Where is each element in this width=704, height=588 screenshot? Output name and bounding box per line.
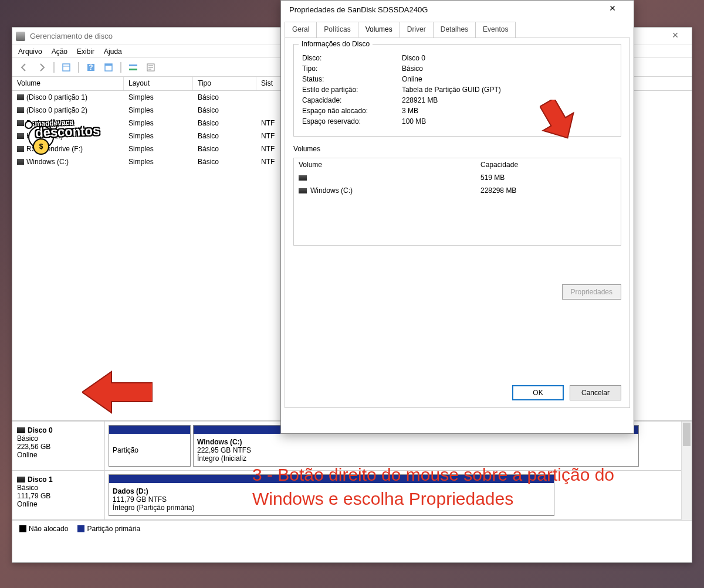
svg-rect-6 bbox=[129, 64, 137, 66]
label-estilo: Estilo de partição: bbox=[302, 86, 402, 94]
value-status: Online bbox=[402, 75, 612, 83]
volumes-section: Volumes Volume Capacidade 519 MBWindows … bbox=[293, 145, 621, 246]
refresh-icon[interactable] bbox=[101, 60, 116, 74]
header-layout[interactable]: Layout bbox=[124, 77, 193, 90]
volumes-legend: Volumes bbox=[293, 145, 621, 153]
props-properties-button: Propriedades bbox=[562, 284, 621, 300]
tab-detalhes[interactable]: Detalhes bbox=[433, 22, 476, 38]
value-disco: Disco 0 bbox=[402, 54, 612, 62]
disk-icon bbox=[17, 477, 25, 482]
svg-text:?: ? bbox=[89, 63, 93, 72]
toolbar-separator bbox=[78, 62, 79, 73]
props-close-button[interactable]: × bbox=[600, 1, 625, 18]
volume-icon bbox=[17, 133, 24, 139]
toolbar-separator bbox=[120, 62, 121, 73]
volume-icon bbox=[17, 146, 24, 152]
label-disco: Disco: bbox=[302, 54, 402, 62]
label-capacidade: Capacidade: bbox=[302, 96, 402, 104]
label-status: Status: bbox=[302, 75, 402, 83]
tab-driver[interactable]: Driver bbox=[400, 22, 434, 38]
svg-rect-0 bbox=[63, 64, 70, 71]
menu-arquivo[interactable]: Arquivo bbox=[18, 47, 42, 56]
disk-label[interactable]: Disco 1Básico111,79 GBOnline bbox=[12, 471, 105, 519]
value-capacidade: 228921 MB bbox=[402, 96, 612, 104]
help-icon[interactable]: ? bbox=[84, 60, 98, 74]
volume-icon bbox=[299, 188, 307, 193]
menu-exibir[interactable]: Exibir bbox=[77, 47, 94, 56]
volumes-table-rows: 519 MBWindows (C:)228298 MB bbox=[294, 171, 621, 197]
partition[interactable]: Partição bbox=[109, 425, 191, 467]
ok-button[interactable]: OK bbox=[512, 385, 564, 400]
volume-icon bbox=[299, 175, 307, 181]
menu-acao[interactable]: Ação bbox=[52, 47, 67, 56]
cancel-button[interactable]: Cancelar bbox=[570, 385, 621, 400]
svg-rect-5 bbox=[105, 64, 112, 66]
props-titlebar: Propriedades de SanDisk SDSSDA240G × bbox=[281, 1, 634, 18]
svg-marker-9 bbox=[540, 100, 575, 141]
vol-header-volume[interactable]: Volume bbox=[294, 158, 476, 171]
disk-label[interactable]: Disco 0Básico223,56 GBOnline bbox=[12, 422, 105, 470]
vol-header-capacidade[interactable]: Capacidade bbox=[476, 158, 621, 171]
label-reservado: Espaço reservado: bbox=[302, 117, 402, 125]
volume-table-row[interactable]: 519 MB bbox=[294, 171, 621, 184]
volumes-table-header: Volume Capacidade bbox=[294, 158, 621, 171]
svg-marker-10 bbox=[82, 372, 153, 413]
properties-icon[interactable] bbox=[144, 60, 158, 74]
back-icon[interactable] bbox=[17, 60, 31, 74]
legend-black-box bbox=[19, 525, 26, 532]
tab-volumes[interactable]: Volumes bbox=[358, 22, 400, 38]
disk-icon bbox=[17, 427, 25, 433]
tab-geral[interactable]: Geral bbox=[285, 22, 317, 38]
svg-rect-7 bbox=[129, 69, 137, 70]
scrollbar-thumb[interactable] bbox=[683, 423, 691, 446]
menu-ajuda[interactable]: Ajuda bbox=[104, 47, 122, 56]
header-volume[interactable]: Volume bbox=[12, 77, 124, 90]
value-tipo: Básico bbox=[402, 64, 612, 73]
volume-icon bbox=[17, 107, 24, 113]
props-body: Informações do Disco Disco:Disco 0 Tipo:… bbox=[285, 38, 630, 408]
header-tipo[interactable]: Tipo bbox=[193, 77, 256, 90]
list-icon[interactable] bbox=[126, 60, 140, 74]
annotation-arrow-disk0 bbox=[82, 369, 153, 416]
legend-primary: Partição primária bbox=[77, 525, 140, 533]
legend: Não alocado Partição primária bbox=[12, 520, 692, 536]
value-nao-alocado: 3 MB bbox=[402, 107, 612, 115]
forward-icon[interactable] bbox=[35, 60, 49, 74]
toolbar-separator bbox=[53, 62, 55, 73]
volume-icon bbox=[17, 120, 24, 126]
tab-eventos[interactable]: Eventos bbox=[475, 22, 516, 38]
vertical-scrollbar[interactable] bbox=[681, 422, 692, 520]
annotation-arrow-gpt bbox=[540, 100, 575, 141]
app-icon bbox=[16, 32, 25, 41]
label-tipo: Tipo: bbox=[302, 64, 402, 73]
volume-icon bbox=[17, 159, 24, 165]
volumes-table: Volume Capacidade 519 MBWindows (C:)2282… bbox=[293, 158, 621, 246]
dm-close-button[interactable]: × bbox=[662, 28, 688, 45]
props-button-row: OK Cancelar bbox=[512, 385, 621, 400]
props-tabs: Geral Políticas Volumes Driver Detalhes … bbox=[281, 18, 634, 38]
legend-unallocated: Não alocado bbox=[19, 525, 68, 533]
props-title: Propriedades de SanDisk SDSSDA240G bbox=[289, 5, 600, 14]
volume-table-row[interactable]: Windows (C:)228298 MB bbox=[294, 184, 621, 197]
value-reservado: 100 MB bbox=[402, 117, 612, 125]
legend-blue-box bbox=[77, 525, 84, 532]
volume-icon bbox=[17, 94, 24, 100]
tab-politicas[interactable]: Políticas bbox=[316, 22, 358, 38]
view-icon[interactable] bbox=[59, 60, 73, 74]
disk-info-legend: Informações do Disco bbox=[299, 40, 373, 48]
label-nao-alocado: Espaço não alocado: bbox=[302, 107, 402, 115]
value-estilo: Tabela de Partição GUID (GPT) bbox=[402, 86, 612, 94]
properties-dialog: Propriedades de SanDisk SDSSDA240G × Ger… bbox=[280, 0, 634, 434]
